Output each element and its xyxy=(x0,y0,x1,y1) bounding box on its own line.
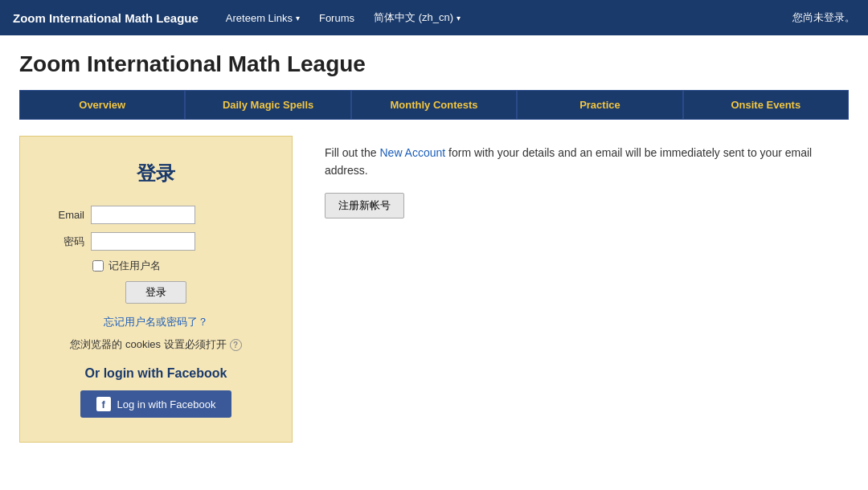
new-account-link[interactable]: New Account xyxy=(379,146,445,159)
remember-row: 记住用户名 xyxy=(92,259,260,273)
login-box: 登录 Email 密码 记住用户名 登录 忘记用户名或密码了？ xyxy=(19,136,293,443)
forgot-link[interactable]: 忘记用户名或密码了？ xyxy=(104,316,208,328)
top-navigation: Zoom International Math League Areteem L… xyxy=(0,0,868,35)
right-panel: Fill out the New Account form with your … xyxy=(325,136,849,218)
nav-link-areteem[interactable]: Areteem Links ▾ xyxy=(218,7,308,29)
chevron-down-icon: ▾ xyxy=(457,14,461,22)
tab-onsite-events[interactable]: Onsite Events xyxy=(683,90,849,120)
tab-practice[interactable]: Practice xyxy=(517,90,682,120)
top-nav-links: Areteem Links ▾ Forums 简体中文 (zh_cn) ▾ xyxy=(218,6,792,30)
login-button[interactable]: 登录 xyxy=(125,281,186,304)
forgot-link-row: 忘记用户名或密码了？ xyxy=(52,315,260,329)
page-content: Zoom International Math League Overview … xyxy=(0,35,868,490)
tab-monthly-contests[interactable]: Monthly Contests xyxy=(351,90,517,120)
login-btn-row: 登录 xyxy=(52,281,260,304)
facebook-login-button[interactable]: f Log in with Facebook xyxy=(80,390,232,418)
nav-link-language[interactable]: 简体中文 (zh_cn) ▾ xyxy=(366,6,469,30)
tab-daily-magic-spells[interactable]: Daily Magic Spells xyxy=(185,90,350,120)
password-field[interactable] xyxy=(91,232,195,251)
register-button[interactable]: 注册新帐号 xyxy=(325,193,404,218)
main-area: 登录 Email 密码 记住用户名 登录 忘记用户名或密码了？ xyxy=(19,136,849,443)
page-title: Zoom International Math League xyxy=(19,51,849,77)
tab-bar: Overview Daily Magic Spells Monthly Cont… xyxy=(19,90,849,120)
login-title: 登录 xyxy=(52,161,260,186)
facebook-icon: f xyxy=(96,397,111,411)
password-label: 密码 xyxy=(52,235,84,249)
remember-checkbox[interactable] xyxy=(92,260,104,272)
email-label: Email xyxy=(52,209,84,221)
main-area-wrapper: 登录 Email 密码 记住用户名 登录 忘记用户名或密码了？ xyxy=(19,136,849,490)
email-row: Email xyxy=(52,206,260,224)
site-brand[interactable]: Zoom International Math League xyxy=(13,11,199,25)
password-row: 密码 xyxy=(52,232,260,251)
cookies-notice: 您浏览器的 cookies 设置必须打开 ? xyxy=(52,337,260,352)
tab-overview[interactable]: Overview xyxy=(19,90,185,120)
chevron-down-icon: ▾ xyxy=(296,14,300,22)
info-icon[interactable]: ? xyxy=(230,339,242,351)
auth-status: 您尚未登录。 xyxy=(792,10,855,25)
email-field[interactable] xyxy=(91,206,195,224)
or-facebook-label: Or login with Facebook xyxy=(52,366,260,381)
nav-link-forums[interactable]: Forums xyxy=(311,7,362,29)
register-description: Fill out the New Account form with your … xyxy=(325,144,849,180)
remember-label: 记住用户名 xyxy=(108,259,161,273)
